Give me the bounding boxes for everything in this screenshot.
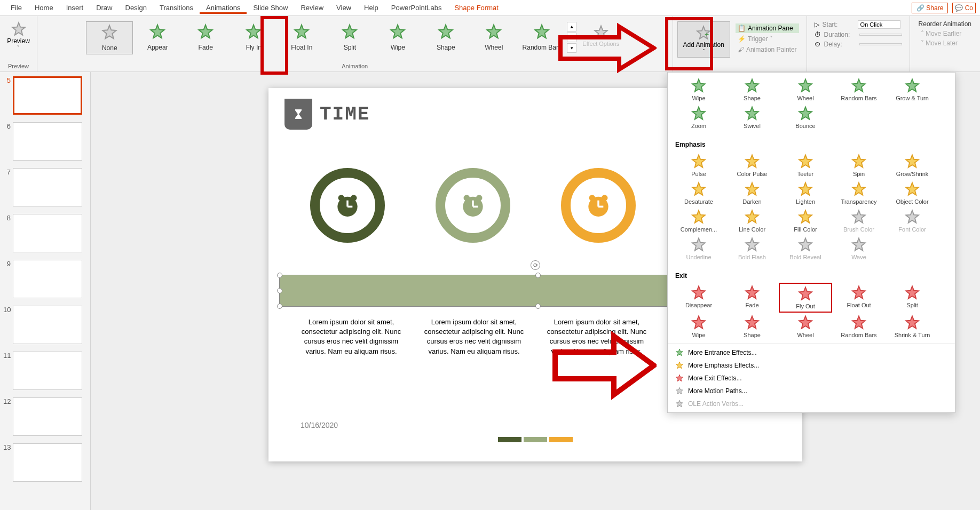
- dd-emphasis-darken[interactable]: Darken: [725, 179, 779, 207]
- dd-exit-fly-out[interactable]: Fly Out: [779, 283, 832, 313]
- anim-split[interactable]: Split: [326, 21, 373, 53]
- dd-exit-float-out[interactable]: Float Out: [832, 283, 886, 313]
- preview-group-label: Preview: [8, 61, 29, 69]
- dd-emphasis-underline: Underline: [672, 235, 725, 262]
- dd-entrance-swivel[interactable]: Swivel: [725, 103, 779, 131]
- dd-emphasis-transparency[interactable]: Transparency: [832, 179, 886, 207]
- thumb-6[interactable]: [13, 122, 82, 161]
- dd-emphasis-grow-shrink[interactable]: Grow/Shrink: [886, 152, 939, 179]
- text-column-2: Lorem ipsum dolor sit amet, consectetur …: [418, 317, 530, 356]
- menu-powerpointlabs[interactable]: PowerPointLabs: [385, 2, 448, 14]
- animation-pane-button[interactable]: 📋 Animation Pane: [736, 23, 799, 33]
- dd-emphasis-pulse[interactable]: Pulse: [672, 152, 725, 179]
- dd-exit-fade[interactable]: Fade: [725, 283, 779, 313]
- preview-button[interactable]: Preview ˅: [2, 18, 35, 53]
- thumb-7[interactable]: [13, 168, 82, 206]
- dd-exit-wipe[interactable]: Wipe: [672, 313, 725, 340]
- add-animation-dropdown: WipeShapeWheelRandom BarsGrow & TurnZoom…: [667, 72, 955, 413]
- dd-emphasis-bold-reveal: Bold Reveal: [779, 235, 832, 262]
- share-button[interactable]: 🔗 Share: [912, 3, 948, 13]
- menu-shape-format[interactable]: Shape Format: [448, 2, 504, 14]
- dd-emphasis-line-color[interactable]: Line Color: [725, 207, 779, 235]
- menu-insert[interactable]: Insert: [60, 2, 90, 14]
- thumb-8[interactable]: [13, 214, 82, 252]
- menu-view[interactable]: View: [330, 2, 358, 14]
- thumb-12[interactable]: [13, 397, 82, 436]
- trigger-button[interactable]: ⚡ Trigger ˅: [736, 34, 799, 44]
- move-earlier-button[interactable]: ˄ Move Earlier: [919, 29, 971, 38]
- dd-emphasis-object-color[interactable]: Object Color: [886, 179, 939, 207]
- dd-exit-split[interactable]: Split: [886, 283, 939, 313]
- dd-link-more-entrance-effects---[interactable]: More Entrance Effects...: [668, 346, 955, 359]
- dd-emphasis-fill-color[interactable]: Fill Color: [779, 207, 832, 235]
- dd-link-more-motion-paths---[interactable]: More Motion Paths...: [668, 385, 955, 397]
- menu-design[interactable]: Design: [119, 2, 153, 14]
- dd-emphasis-color-pulse[interactable]: Color Pulse: [725, 152, 779, 179]
- dd-link-more-emphasis-effects---[interactable]: More Emphasis Effects...: [668, 359, 955, 372]
- title-badge-icon: [284, 99, 312, 130]
- dd-entrance-wheel[interactable]: Wheel: [779, 76, 832, 103]
- dd-entrance-wipe[interactable]: Wipe: [672, 76, 725, 103]
- dd-exit-wheel[interactable]: Wheel: [779, 313, 832, 340]
- slide-title: TIME: [320, 103, 370, 125]
- duration-input[interactable]: [859, 34, 902, 36]
- dd-emphasis-desaturate[interactable]: Desaturate: [672, 179, 725, 207]
- menu-transitions[interactable]: Transitions: [153, 2, 200, 14]
- thumb-9[interactable]: [13, 260, 82, 298]
- annotation-box-animations: [260, 16, 288, 75]
- dd-entrance-zoom[interactable]: Zoom: [672, 103, 725, 131]
- dd-exit-disappear[interactable]: Disappear: [672, 283, 725, 313]
- reorder-label: Reorder Animation: [919, 20, 971, 28]
- menu-review[interactable]: Review: [294, 2, 330, 14]
- anim-shape[interactable]: Shape: [422, 21, 469, 53]
- anim-wipe[interactable]: Wipe: [374, 21, 421, 53]
- annotation-arrow-1: [555, 21, 657, 75]
- dd-emphasis-brush-color: Brush Color: [832, 207, 886, 235]
- slide-thumbnails: 5678910111213: [0, 72, 91, 510]
- dd-entrance-grow---turn[interactable]: Grow & Turn: [886, 76, 939, 103]
- dd-emphasis-bold-flash: Bold Flash: [725, 235, 779, 262]
- dd-link-more-exit-effects---[interactable]: More Exit Effects...: [668, 372, 955, 385]
- dd-exit-shape[interactable]: Shape: [725, 313, 779, 340]
- dd-exit-shrink---turn[interactable]: Shrink & Turn: [886, 313, 939, 340]
- menu-bar: FileHomeInsertDrawDesignTransitionsAnima…: [0, 0, 980, 16]
- menu-animations[interactable]: Animations: [200, 2, 247, 14]
- anim-fade[interactable]: Fade: [182, 21, 229, 53]
- dd-emphasis-font-color: Font Color: [886, 207, 939, 235]
- animation-group-label: Animation: [342, 61, 368, 69]
- delay-input[interactable]: [859, 43, 902, 45]
- menu-slide-show[interactable]: Slide Show: [247, 2, 294, 14]
- text-column-1: Lorem ipsum dolor sit amet, consectetur …: [295, 317, 407, 356]
- dd-entrance-bounce[interactable]: Bounce: [779, 103, 832, 131]
- comments-button[interactable]: 💬 Co: [952, 3, 976, 13]
- menu-draw[interactable]: Draw: [90, 2, 118, 14]
- animation-painter-button[interactable]: 🖌 Animation Painter: [736, 45, 799, 54]
- move-later-button[interactable]: ˅ Move Later: [919, 38, 971, 48]
- exit-header: Exit: [668, 269, 955, 283]
- dd-emphasis-lighten[interactable]: Lighten: [779, 179, 832, 207]
- dd-link-ole-action-verbs---: OLE Action Verbs...: [668, 397, 955, 410]
- rotate-handle[interactable]: ⟳: [531, 260, 540, 270]
- thumb-13[interactable]: [13, 443, 82, 482]
- dd-entrance-shape[interactable]: Shape: [725, 76, 779, 103]
- anim-appear[interactable]: Appear: [134, 21, 181, 53]
- menu-home[interactable]: Home: [28, 2, 60, 14]
- thumb-5[interactable]: [13, 76, 82, 115]
- dd-entrance-random-bars[interactable]: Random Bars: [832, 76, 886, 103]
- menu-help[interactable]: Help: [358, 2, 385, 14]
- slide-date: 10/16/2020: [301, 421, 338, 429]
- dd-emphasis-complemen---[interactable]: Complemen...: [672, 207, 725, 235]
- menu-file[interactable]: File: [4, 2, 28, 14]
- thumb-11[interactable]: [13, 352, 82, 390]
- dd-emphasis-spin[interactable]: Spin: [832, 152, 886, 179]
- dd-exit-random-bars[interactable]: Random Bars: [832, 313, 886, 340]
- dd-emphasis-wave: Wave: [832, 235, 886, 262]
- annotation-arrow-2: [550, 331, 657, 400]
- dd-emphasis-teeter[interactable]: Teeter: [779, 152, 832, 179]
- start-dropdown[interactable]: On Click: [858, 20, 900, 29]
- anim-wheel[interactable]: Wheel: [470, 21, 517, 53]
- anim-none[interactable]: None: [86, 21, 133, 54]
- annotation-box-add-animation: [665, 17, 713, 70]
- ribbon: Preview ˅ Preview NoneAppearFadeFly InFl…: [0, 16, 980, 72]
- thumb-10[interactable]: [13, 306, 82, 344]
